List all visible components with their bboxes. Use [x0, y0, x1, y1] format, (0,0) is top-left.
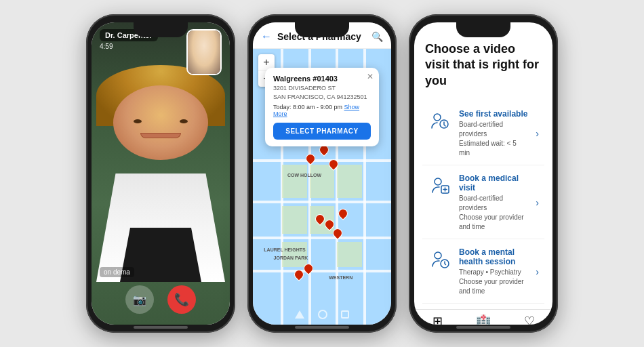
phone-notch-3 — [456, 22, 510, 37]
search-icon[interactable]: 🔍 — [371, 31, 383, 42]
phone-home-indicator-3 — [456, 326, 510, 329]
my-health-nav-icon: ♡ — [524, 314, 535, 325]
visit-options-screen: Choose a video visit that is right for y… — [414, 22, 552, 325]
call-timer: 4:59 — [100, 43, 158, 50]
nav-get-care[interactable]: 🏥 Get Care — [466, 314, 500, 325]
map-label-western: WESTERN — [329, 275, 353, 280]
visit-layout: Choose a video visit that is right for y… — [414, 22, 552, 325]
mental-health-icon — [428, 247, 452, 272]
svg-point-0 — [434, 114, 441, 121]
video-bottom-label: on dema — [100, 267, 134, 277]
home-nav-button[interactable] — [318, 310, 327, 319]
pharmacy-pin-9[interactable] — [304, 264, 312, 274]
map-label-jordan: JORDAN PARK — [274, 256, 308, 260]
phone-pharmacy-map: ← Select a Pharmacy 🔍 — [247, 14, 397, 333]
pharmacy-name: Walgreens #01403 — [273, 75, 371, 83]
medical-visit-sub2: Choose your provider and time — [459, 213, 529, 232]
back-nav-button[interactable] — [295, 310, 304, 319]
map-label-laurel: LAUREL HEIGHTS — [264, 247, 305, 252]
phone-notch-2 — [295, 22, 349, 37]
pharmacy-popup: ✕ Walgreens #01403 3201 DIVISADERO ST SA… — [265, 68, 379, 146]
book-medical-option[interactable]: Book a medical visit Board-certified pro… — [422, 167, 544, 239]
pharmacy-pin-3[interactable] — [329, 159, 337, 170]
bottom-navigation: ⊞ Home 🏥 Get Care ♡ My Health — [414, 309, 552, 325]
map-background: COW HOLLOW LAUREL HEIGHTS WESTERN JORDAN… — [253, 49, 391, 325]
see-first-available-option[interactable]: See first available Board-certified prov… — [422, 102, 544, 165]
first-available-sub1: Board-certified providers — [459, 120, 529, 139]
mental-health-title: Book a mental health session — [459, 247, 529, 266]
end-call-button[interactable]: 📞 — [167, 285, 196, 314]
pharmacy-pin-2[interactable] — [319, 145, 327, 156]
first-available-chevron: › — [536, 128, 539, 139]
pharmacy-pin-4[interactable] — [315, 214, 323, 225]
phone-notch — [134, 22, 188, 37]
mental-health-sub1: Therapy • Psychiatry — [459, 268, 529, 277]
recent-nav-button[interactable] — [341, 310, 349, 319]
pharmacy-hours: Today: 8:00 am - 9:00 pm Show More — [273, 104, 371, 117]
visit-screen-title: Choose a video visit that is right for y… — [425, 41, 542, 89]
medical-visit-title: Book a medical visit — [459, 174, 529, 192]
nav-my-health[interactable]: ♡ My Health — [512, 314, 546, 325]
first-available-title: See first available — [459, 109, 529, 119]
popup-close-button[interactable]: ✕ — [367, 72, 374, 81]
pharmacy-pin-7[interactable] — [338, 209, 346, 220]
phone-video-call: Dr. Carpenter 4:59 📹 ⚙ — [86, 14, 235, 333]
book-mental-health-option[interactable]: Book a mental health session Therapy • P… — [422, 241, 544, 304]
pharmacy-address: 3201 DIVISADERO ST SAN FRANCISCO, CA 941… — [273, 84, 371, 101]
camera-toggle-button[interactable]: 📷 — [125, 285, 154, 314]
pharmacy-pin-5[interactable] — [325, 220, 333, 230]
home-nav-icon: ⊞ — [432, 314, 443, 325]
back-button[interactable]: ← — [261, 30, 272, 43]
pharmacy-pin-8[interactable] — [294, 270, 302, 281]
select-pharmacy-button[interactable]: SELECT PHARMACY — [273, 123, 371, 140]
medical-visit-chevron: › — [536, 197, 539, 208]
mental-health-sub2: Choose your provider and time — [459, 277, 529, 296]
medical-visit-sub1: Board-certified providers — [459, 194, 529, 213]
medical-visit-icon — [428, 174, 452, 198]
self-view-thumbnail — [186, 29, 222, 75]
visit-options-list: See first available Board-certified prov… — [414, 97, 552, 309]
mental-health-text: Book a mental health session Therapy • P… — [459, 247, 529, 296]
mental-health-chevron: › — [536, 266, 539, 277]
android-nav-bar — [295, 310, 349, 319]
pharmacy-pin-1[interactable] — [306, 154, 314, 165]
video-call-screen: Dr. Carpenter 4:59 📹 ⚙ — [92, 22, 230, 325]
medical-visit-text: Book a medical visit Board-certified pro… — [459, 174, 529, 232]
map-label-cow-hollow: COW HOLLOW — [287, 173, 321, 178]
phone-home-indicator-2 — [295, 326, 349, 329]
video-background: Dr. Carpenter 4:59 📹 ⚙ — [92, 22, 230, 325]
phone-visit-options: Choose a video visit that is right for y… — [409, 14, 558, 333]
first-available-sub2: Estimated wait: < 5 min — [459, 139, 529, 158]
svg-point-2 — [435, 178, 441, 185]
pharmacy-screen: ← Select a Pharmacy 🔍 — [253, 22, 391, 325]
first-available-text: See first available Board-certified prov… — [459, 109, 529, 158]
get-care-nav-icon: 🏥 — [476, 314, 491, 325]
first-available-icon — [428, 109, 452, 134]
phone-home-indicator — [134, 326, 188, 329]
nav-home[interactable]: ⊞ Home — [420, 314, 454, 325]
map-container[interactable]: COW HOLLOW LAUREL HEIGHTS WESTERN JORDAN… — [253, 49, 391, 325]
video-controls: 📷 📞 — [92, 285, 230, 314]
pharmacy-pin-6[interactable] — [333, 228, 341, 239]
svg-point-4 — [435, 252, 441, 259]
pharmacy-layout: ← Select a Pharmacy 🔍 — [253, 22, 391, 325]
